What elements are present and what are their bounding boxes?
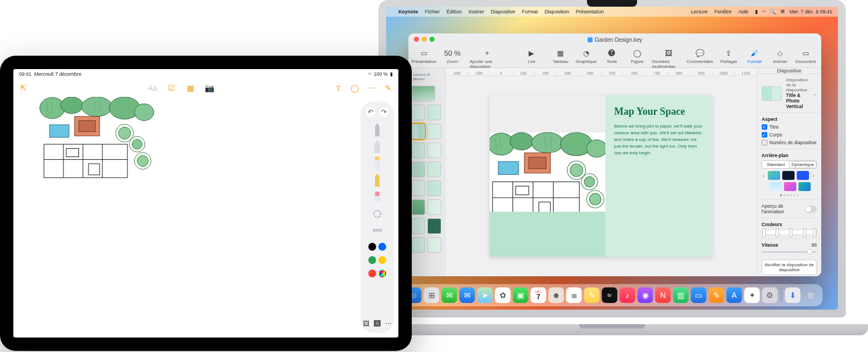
table-icon[interactable]: ▦: [186, 84, 195, 92]
window-traffic-lights[interactable]: [414, 37, 435, 42]
dock-keynote[interactable]: ▭: [691, 287, 707, 303]
slide-navigator[interactable]: Gardens & Blooms: [408, 68, 445, 276]
dock-reminders[interactable]: ≣: [566, 287, 582, 303]
toolbar-chart[interactable]: ◔Graphique: [575, 48, 597, 64]
app-menu[interactable]: Keynote: [398, 9, 418, 14]
toolbar-media[interactable]: 🖼Données multimédias: [652, 48, 685, 69]
pen-tool[interactable]: [368, 124, 386, 137]
document-proxy-icon[interactable]: [588, 37, 593, 42]
highlighter-tool[interactable]: [368, 157, 386, 170]
link-collab-icon[interactable]: ◯: [351, 84, 359, 92]
dock-mail[interactable]: ✉: [460, 287, 475, 303]
palette-more-icon[interactable]: ⋯: [385, 320, 392, 327]
menu-edition[interactable]: Édition: [447, 9, 462, 14]
menu-disposition[interactable]: Disposition: [545, 9, 569, 14]
seg-standard[interactable]: Standard: [762, 161, 790, 168]
speed-slider[interactable]: [762, 251, 817, 253]
color-yellow[interactable]: [378, 256, 386, 264]
color-black[interactable]: [368, 243, 376, 251]
slide-thumb-selected[interactable]: [412, 124, 425, 139]
marker-tool[interactable]: [368, 140, 386, 154]
battery-menubar-icon[interactable]: ▮: [755, 9, 758, 14]
dock-facetime[interactable]: ▣: [513, 287, 529, 303]
dock-maps[interactable]: ➤: [477, 287, 493, 303]
ellipsis-circle-icon[interactable]: ⋯: [367, 84, 376, 92]
close-icon[interactable]: [414, 37, 419, 42]
slide-thumb[interactable]: [427, 199, 441, 215]
color-blue[interactable]: [378, 243, 386, 251]
dock-news[interactable]: N: [655, 287, 671, 303]
menu-lecture[interactable]: Lecture: [691, 9, 708, 14]
slide-heading[interactable]: Map Your Space: [614, 106, 703, 118]
pencil-tool[interactable]: [368, 174, 386, 187]
anim-preview-toggle[interactable]: [805, 206, 817, 213]
toolbar-view[interactable]: ▭Présentation: [413, 48, 435, 64]
toolbar-table[interactable]: ▦Tableau: [549, 48, 571, 64]
dock-messages[interactable]: ✉: [442, 287, 457, 303]
slide-thumb[interactable]: [412, 199, 425, 215]
slide-thumb[interactable]: [412, 162, 425, 177]
toolbar-text[interactable]: 🅣Texte: [600, 48, 623, 64]
background-type-segmented[interactable]: Standard Dynamique: [762, 160, 817, 169]
redo-icon[interactable]: ↷: [379, 107, 389, 117]
checkbox-body[interactable]: ✓Corps: [762, 132, 817, 138]
menu-format[interactable]: Format: [522, 9, 538, 14]
slide-thumb[interactable]: [427, 237, 441, 253]
dock-podcasts[interactable]: ◉: [638, 287, 653, 303]
menu-aide[interactable]: Aide: [738, 9, 748, 14]
slide-thumb[interactable]: [427, 218, 441, 234]
slide-thumb[interactable]: [427, 105, 441, 120]
lasso-tool[interactable]: [368, 207, 386, 221]
dock-trash[interactable]: 🗑: [803, 287, 818, 303]
toolbar-shape[interactable]: ◯Figure: [626, 48, 648, 64]
bg-swatch[interactable]: [784, 182, 796, 191]
dock-notes[interactable]: ✎: [584, 287, 600, 303]
toolbar-share[interactable]: ⇪Partager: [718, 48, 740, 64]
dock-appstore[interactable]: A: [727, 287, 742, 303]
collapse-fullscreen-icon[interactable]: ⇱: [19, 84, 28, 92]
slide-thumb[interactable]: [427, 180, 441, 196]
compose-icon[interactable]: ✎: [384, 84, 393, 92]
slide-text-area[interactable]: Map Your Space Before we bring pen to pa…: [605, 95, 712, 257]
dock-numbers[interactable]: ▥: [673, 287, 689, 303]
slide-thumb[interactable]: [427, 143, 441, 158]
inspector-tab[interactable]: Diapositive: [757, 68, 821, 74]
bg-swatch[interactable]: [798, 182, 811, 191]
insert-image-icon[interactable]: 🖼: [363, 320, 369, 327]
bg-swatch[interactable]: [782, 171, 795, 180]
color-red[interactable]: [368, 270, 376, 277]
slide-body-text[interactable]: Before we bring pen to paper, we'll walk…: [614, 123, 703, 157]
menu-fenetre[interactable]: Fenêtre: [714, 9, 732, 14]
toolbar-format[interactable]: 🖌Format: [743, 48, 766, 64]
spotlight-icon[interactable]: 🔍: [770, 9, 776, 14]
dock-calendar[interactable]: DÉC7: [531, 287, 546, 303]
current-slide[interactable]: Map Your Space Before we bring pen to pa…: [490, 95, 712, 257]
slide-thumb[interactable]: [412, 237, 425, 253]
layout-selector[interactable]: Disposition de la diapositive Title & Ph…: [762, 77, 817, 109]
colors-gradient-bar[interactable]: [762, 229, 817, 235]
swatch-next-icon[interactable]: ›: [811, 173, 815, 179]
text-style-button[interactable]: Aa: [148, 84, 157, 92]
color-picker-icon[interactable]: [378, 270, 386, 277]
dock-launchpad[interactable]: ⊞: [424, 287, 440, 303]
eraser-tool[interactable]: [368, 190, 386, 204]
toolbar-add-slide[interactable]: ＋Ajouter une diapositive: [470, 48, 505, 69]
dock-safari[interactable]: ✦: [744, 287, 760, 303]
dock-contacts[interactable]: ☻: [549, 287, 564, 303]
undo-icon[interactable]: ↶: [366, 107, 376, 117]
camera-icon[interactable]: 📷: [205, 84, 214, 92]
toolbar-zoom[interactable]: 50 % Zoom: [438, 48, 466, 64]
toolbar-document[interactable]: ▭Document: [795, 48, 817, 64]
edit-layout-button[interactable]: Modifier la disposition de diapositive: [762, 260, 817, 275]
minimize-icon[interactable]: [422, 37, 427, 42]
dock-downloads[interactable]: ⬇: [785, 287, 801, 303]
dock-music[interactable]: ♪: [620, 287, 635, 303]
checklist-icon[interactable]: ☑: [167, 84, 176, 92]
menu-inserer[interactable]: Insérer: [468, 9, 484, 14]
dock-photos[interactable]: ✿: [495, 287, 511, 303]
menu-diapositive[interactable]: Diapositive: [491, 9, 515, 14]
menubar-clock[interactable]: Mer. 7 déc. à 09:41: [790, 9, 832, 14]
menu-presentation[interactable]: Présentation: [576, 9, 604, 14]
slide-thumb[interactable]: [412, 86, 435, 101]
toolbar-animate[interactable]: ◇Animer: [769, 48, 791, 64]
